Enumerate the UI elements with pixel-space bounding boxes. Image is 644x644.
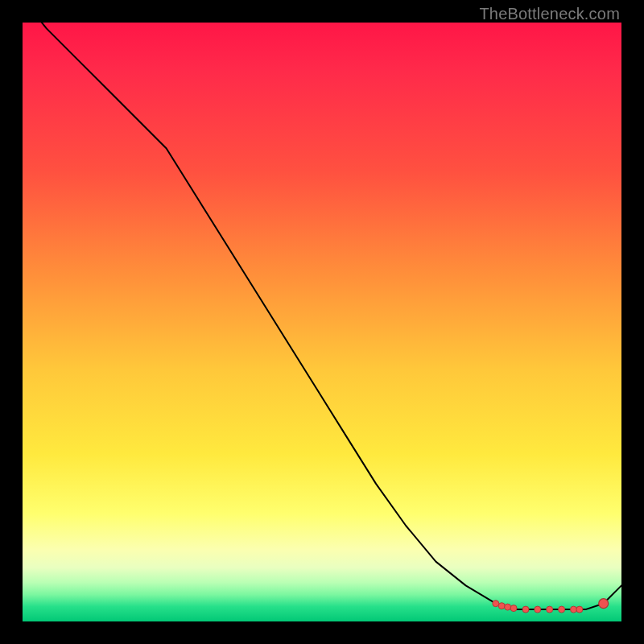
curve-marker [559,606,565,613]
bottleneck-curve [23,0,621,609]
curve-marker [576,606,583,613]
curve-markers [493,599,609,613]
curve-marker [535,606,541,613]
curve-marker [599,599,609,609]
curve-marker [522,606,529,613]
curve-marker [498,603,505,609]
curve-marker [571,606,577,613]
curve-marker [493,601,499,607]
curve-marker [505,604,511,610]
curve-marker [510,605,517,612]
chart-overlay [23,23,621,621]
chart-frame: TheBottleneck.com [0,0,644,644]
curve-marker [547,606,553,613]
watermark-text: TheBottleneck.com [479,5,620,23]
